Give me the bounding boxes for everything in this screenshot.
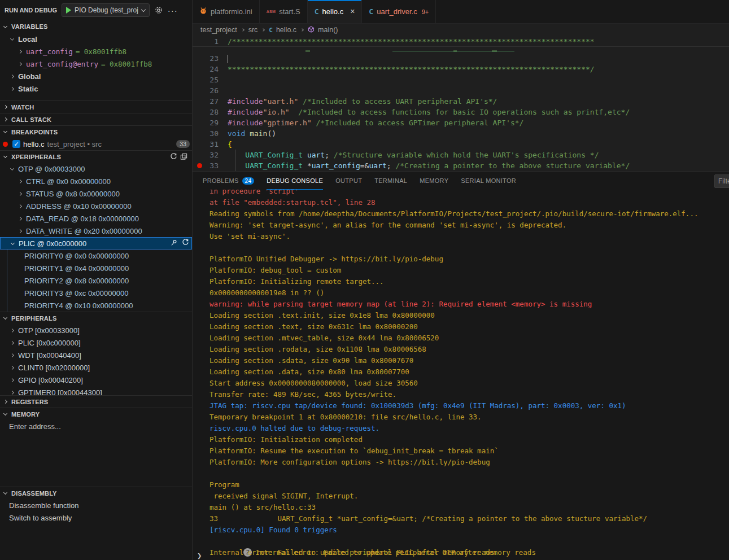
console-line: Transfer rate: 489 KB/sec, 4365 bytes/wr… — [209, 389, 729, 400]
peripheral-row[interactable]: GPTIMER0 [0x00044300] — [0, 386, 192, 395]
more-actions-icon[interactable]: ··· — [168, 6, 178, 15]
console-line: PlatformIO: More configuration options -… — [209, 457, 729, 468]
refresh-icon[interactable] — [170, 153, 177, 160]
breadcrumb-folder[interactable]: src — [248, 26, 258, 34]
section-breakpoints[interactable]: BREAKPOINTS — [0, 125, 192, 138]
section-registers[interactable]: REGISTERS — [0, 395, 192, 408]
variables-scope-local[interactable]: Local — [0, 33, 192, 45]
code-line: 31 { — [193, 139, 729, 150]
breakpoint-row[interactable]: ✓ hello.c test_project • src 33 — [0, 138, 192, 150]
peripheral-row[interactable]: GPIO [0x00040200] — [0, 374, 192, 386]
panel-tab-bar: PROBLEMS 24 DEBUG CONSOLE OUTPUT TERMINA… — [193, 171, 729, 190]
tab-uart-driver-c[interactable]: C uart_driver.c 9+ — [362, 0, 436, 23]
variables-scope-global[interactable]: Global — [0, 70, 192, 82]
code-line: 32 UART_Config_t uart; /*Structure varia… — [193, 150, 729, 160]
vscode-debug-workbench: RUN AND DEBUG PIO Debug (test_proj ··· V… — [0, 0, 729, 560]
filter-input[interactable]: Filter (e.g. text, !exclude) — [714, 174, 729, 188]
variables-scope-static[interactable]: Static — [0, 82, 192, 95]
chevron-right-icon — [18, 204, 22, 208]
chevron-right-icon — [10, 328, 14, 332]
tab-hello-c[interactable]: C hello.c × — [308, 0, 363, 23]
section-call-stack[interactable]: CALL STACK — [0, 113, 192, 125]
chevron-down-icon — [3, 412, 7, 415]
register-row[interactable]: STATUS @ 0x8 0x00000000 — [0, 187, 192, 200]
symbol-cube-icon — [308, 26, 315, 34]
tab-debug-console[interactable]: DEBUG CONSOLE — [267, 172, 323, 190]
console-line: Loading section .sdata, size 0x90 lma 0x… — [209, 355, 729, 366]
refresh-icon[interactable] — [182, 239, 189, 248]
peripheral-row[interactable]: CLINT0 [0x02000000] — [0, 361, 192, 374]
run-debug-toolbar: RUN AND DEBUG PIO Debug (test_proj ··· — [0, 0, 192, 20]
tab-terminal[interactable]: TERMINAL — [374, 172, 407, 190]
console-line: at file "embedded:startup.tcl", line 28 — [209, 197, 729, 208]
c-file-icon: C — [369, 7, 373, 16]
variable-row[interactable]: uart_config = 0x8001ffb8 — [0, 45, 192, 58]
chevron-right-icon — [241, 28, 245, 32]
tab-problems[interactable]: PROBLEMS 24 — [203, 172, 254, 190]
tab-output[interactable]: OUTPUT — [335, 172, 362, 190]
section-xperipherals[interactable]: XPERIPHERALS — [0, 150, 192, 163]
pin-icon[interactable] — [171, 239, 177, 248]
peripheral-row[interactable]: WDT [0x00040400] — [0, 349, 192, 361]
console-line: Start address 0x0000000080000000, load s… — [209, 378, 729, 389]
register-row[interactable]: PRIORITY2 @ 0x8 0x00000000 — [7, 274, 192, 287]
peripheral-row[interactable]: OTP [0x00033000] — [0, 324, 192, 336]
tab-start-s[interactable]: ASM start.S — [260, 0, 308, 23]
console-line: Warning: 'set target-async', an alias fo… — [209, 220, 729, 231]
console-prompt-icon[interactable]: ❯ — [197, 551, 202, 560]
console-line: PlatformIO: Initializing remote target..… — [209, 276, 729, 287]
register-row[interactable]: PRIORITY3 @ 0xc 0x00000000 — [7, 287, 192, 299]
chevron-right-icon — [18, 62, 22, 65]
register-row[interactable]: CTRL @ 0x0 0x00000000 — [0, 175, 192, 187]
breadcrumb-project[interactable]: test_project — [200, 26, 237, 34]
memory-enter-address[interactable]: Enter address... — [0, 420, 192, 432]
close-icon[interactable]: × — [350, 7, 355, 16]
console-line: warning: while parsing target memory map… — [209, 299, 729, 310]
platformio-icon — [199, 7, 207, 16]
chevron-down-icon — [3, 129, 7, 133]
section-label: VARIABLES — [11, 23, 48, 30]
switch-to-assembly-action[interactable]: Switch to assembly — [0, 511, 192, 524]
breakpoint-checkbox[interactable]: ✓ — [12, 140, 20, 148]
gear-icon[interactable] — [154, 6, 163, 15]
text-cursor — [228, 55, 228, 63]
section-variables[interactable]: VARIABLES — [0, 20, 192, 33]
section-watch[interactable]: WATCH — [0, 100, 192, 113]
chevron-down-icon — [10, 36, 14, 40]
xperipheral-plic-selected[interactable]: PLIC @ 0x0c000000 — [0, 237, 192, 250]
console-line: Loading section .mtvec_table, size 0x44 … — [209, 333, 729, 344]
register-row[interactable]: DATA_READ @ 0x18 0x00000000 — [0, 212, 192, 225]
xperipheral-otp[interactable]: OTP @ 0x00033000 — [0, 163, 192, 175]
console-line: riscv.cpu.0 halted due to debug-request. — [209, 423, 729, 434]
breakpoint-line-badge: 33 — [176, 140, 190, 148]
code-line: 23 — [193, 53, 729, 64]
register-row[interactable]: PRIORITY1 @ 0x4 0x00000000 — [7, 262, 192, 274]
start-debug-icon[interactable] — [66, 7, 71, 14]
tab-serial-monitor[interactable]: SERIAL MONITOR — [461, 172, 516, 190]
open-in-editor-icon[interactable] — [180, 153, 187, 160]
register-row[interactable]: PRIORITY4 @ 0x10 0x00000000 — [7, 299, 192, 312]
section-memory[interactable]: MEMORY — [0, 408, 192, 420]
chevron-right-icon — [3, 105, 7, 109]
peripheral-row[interactable]: PLIC [0x0c000000] — [0, 336, 192, 349]
register-row[interactable]: PRIORITY0 @ 0x0 0x00000000 — [7, 250, 192, 262]
debug-config-dropdown[interactable]: PIO Debug (test_proj — [62, 3, 150, 17]
console-line: in procedure 'script' — [209, 190, 729, 197]
console-line: Program — [209, 479, 729, 491]
breadcrumb-symbol[interactable]: main() — [318, 26, 338, 34]
variable-row[interactable]: uart_config@entry = 0x8001ffb8 — [0, 58, 192, 70]
console-line: 33 UART_Config_t *uart_config=&uart; /*C… — [209, 513, 729, 524]
tab-memory[interactable]: MEMORY — [420, 172, 448, 190]
section-peripherals[interactable]: PERIPHERALS — [0, 312, 192, 324]
console-line: 2Internal error: Failed to update periph… — [209, 536, 729, 547]
disassemble-function-action[interactable]: Disassemble function — [0, 499, 192, 511]
tab-platformio-ini[interactable]: platformio.ini — [193, 0, 260, 23]
register-row[interactable]: ADDRESS @ 0x10 0x00000000 — [0, 200, 192, 212]
console-line: Loading section .data, size 0x80 lma 0x8… — [209, 366, 729, 378]
console-line: PlatformIO: Initialization completed — [209, 434, 729, 445]
link-underline — [392, 51, 514, 51]
breadcrumb-file[interactable]: hello.c — [276, 26, 296, 34]
section-disassembly[interactable]: DISASSEMBLY — [0, 487, 192, 499]
breakpoint-icon[interactable] — [197, 163, 202, 168]
register-row[interactable]: DATA_WRITE @ 0x20 0x00000000 — [0, 225, 192, 237]
